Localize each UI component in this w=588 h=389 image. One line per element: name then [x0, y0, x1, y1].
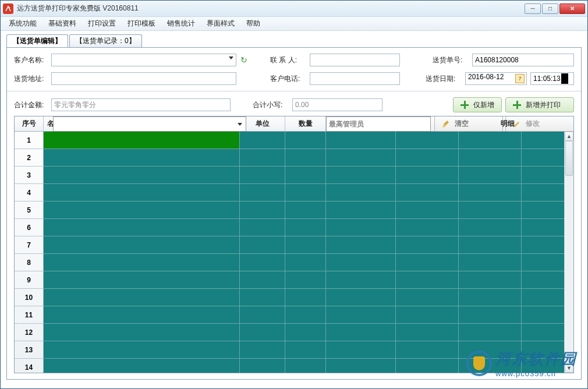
cell[interactable]	[326, 201, 396, 218]
table-row[interactable]	[44, 132, 573, 149]
cell[interactable]	[326, 359, 396, 373]
cell[interactable]	[396, 324, 459, 341]
cell[interactable]	[240, 289, 285, 306]
cell[interactable]	[396, 306, 459, 323]
cell[interactable]	[285, 254, 326, 271]
cell[interactable]	[240, 149, 285, 166]
cell[interactable]	[285, 341, 326, 358]
row-number[interactable]: 10	[15, 289, 44, 306]
cell[interactable]	[396, 341, 459, 358]
row-number[interactable]: 2	[15, 149, 44, 167]
cell[interactable]	[44, 289, 240, 306]
cell[interactable]	[285, 359, 326, 373]
cell[interactable]	[396, 167, 459, 183]
header-seq[interactable]: 序号	[15, 116, 44, 131]
cell[interactable]	[285, 184, 326, 201]
row-number[interactable]: 6	[15, 219, 44, 236]
cell[interactable]	[285, 149, 326, 166]
cell[interactable]	[240, 359, 285, 373]
table-row[interactable]	[44, 271, 573, 289]
table-row[interactable]	[44, 254, 573, 271]
cell[interactable]	[44, 341, 240, 358]
table-row[interactable]	[44, 324, 573, 341]
cell[interactable]	[285, 132, 326, 148]
cell[interactable]	[240, 341, 285, 358]
cell[interactable]	[326, 254, 396, 271]
cell[interactable]	[396, 359, 459, 373]
cell[interactable]	[459, 149, 522, 166]
cell[interactable]	[44, 201, 240, 218]
cell[interactable]	[326, 271, 396, 288]
cell[interactable]	[240, 254, 285, 271]
total-cn-input[interactable]	[51, 98, 231, 111]
table-row[interactable]	[44, 149, 573, 167]
cell[interactable]	[44, 254, 240, 271]
menu-basedata[interactable]: 基础资料	[42, 19, 82, 29]
cell[interactable]	[285, 236, 326, 253]
cell[interactable]	[285, 201, 326, 218]
menu-system[interactable]: 系统功能	[3, 19, 42, 29]
table-row[interactable]	[44, 201, 573, 219]
cell[interactable]	[326, 219, 396, 236]
cell[interactable]	[326, 184, 396, 201]
cell[interactable]	[44, 149, 240, 166]
cell[interactable]	[44, 167, 240, 183]
cell[interactable]	[396, 201, 459, 218]
close-button[interactable]: ✕	[559, 3, 585, 14]
cell[interactable]	[240, 219, 285, 236]
cell[interactable]	[396, 219, 459, 236]
table-row[interactable]	[44, 184, 573, 201]
cell[interactable]	[240, 271, 285, 288]
cell[interactable]	[44, 306, 240, 323]
cell[interactable]	[459, 236, 522, 253]
delivery-no-input[interactable]	[472, 54, 574, 66]
scroll-up-icon[interactable]: ▲	[565, 132, 573, 141]
cell[interactable]	[459, 271, 522, 288]
cell[interactable]	[459, 254, 522, 271]
cell[interactable]	[285, 324, 326, 341]
cell[interactable]	[459, 306, 522, 323]
header-unit[interactable]: 单位	[240, 116, 285, 131]
cell[interactable]	[285, 219, 326, 236]
contact-input[interactable]	[310, 54, 400, 66]
cell[interactable]	[459, 359, 522, 373]
table-row[interactable]	[44, 167, 573, 184]
cell[interactable]	[396, 184, 459, 201]
address-input[interactable]	[51, 72, 236, 85]
refresh-icon[interactable]: ↻	[240, 56, 248, 64]
delivery-date-input[interactable]: 2016-08-12 7	[465, 72, 527, 85]
grid-cells[interactable]	[44, 132, 573, 373]
row-number[interactable]: 9	[15, 271, 44, 289]
cell[interactable]	[44, 236, 240, 253]
cell[interactable]	[44, 132, 240, 148]
add-print-button[interactable]: 新增并打印	[505, 97, 574, 112]
tab-edit[interactable]: 【送货单编辑】	[6, 34, 68, 47]
cell[interactable]	[44, 324, 240, 341]
row-number[interactable]: 12	[15, 324, 44, 341]
menu-help[interactable]: 帮助	[240, 19, 266, 29]
cell[interactable]	[459, 167, 522, 183]
menu-printtemplate[interactable]: 打印模板	[122, 19, 161, 29]
cell[interactable]	[459, 219, 522, 236]
cell[interactable]	[396, 271, 459, 288]
row-number[interactable]: 8	[15, 254, 44, 271]
name-cell-dropdown[interactable]	[53, 116, 246, 132]
total-num-input[interactable]	[292, 98, 382, 111]
cell[interactable]	[240, 184, 285, 201]
table-row[interactable]	[44, 341, 573, 359]
row-number[interactable]: 1	[15, 132, 44, 149]
table-row[interactable]	[44, 306, 573, 324]
delivery-time-input[interactable]: 11:05:13	[530, 72, 574, 85]
table-row[interactable]	[44, 289, 573, 306]
tab-records[interactable]: 【送货单记录：0】	[69, 34, 142, 47]
cell[interactable]	[326, 132, 396, 148]
customer-name-combo[interactable]	[51, 54, 236, 66]
clear-button[interactable]: 清空	[434, 116, 503, 132]
cell[interactable]	[285, 289, 326, 306]
cell[interactable]	[459, 184, 522, 201]
header-qty[interactable]: 数量	[285, 116, 326, 131]
table-row[interactable]	[44, 236, 573, 254]
minimize-button[interactable]: ─	[525, 3, 541, 14]
cell[interactable]	[240, 324, 285, 341]
cell[interactable]	[285, 306, 326, 323]
